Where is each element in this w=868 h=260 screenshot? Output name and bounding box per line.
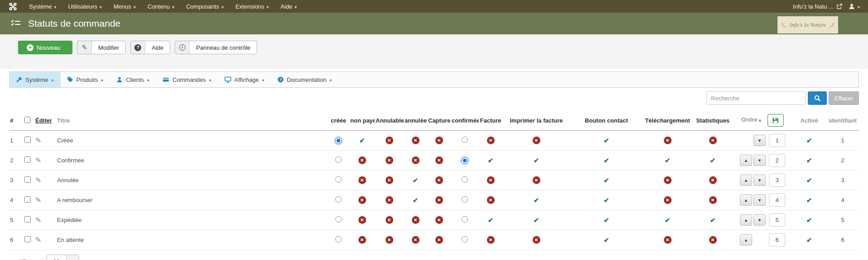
cmenu-systeme[interactable]: Système bbox=[10, 72, 61, 87]
row-checkbox[interactable] bbox=[24, 216, 31, 222]
cmenu-produits[interactable]: Produits bbox=[61, 72, 110, 87]
confirmed-radio[interactable] bbox=[462, 196, 468, 203]
col-created[interactable]: créée bbox=[328, 110, 349, 131]
created-radio[interactable] bbox=[335, 196, 342, 203]
site-preview-link[interactable]: Infu'z la Natu ... bbox=[793, 3, 842, 10]
statistics-toggle-icon[interactable] bbox=[709, 176, 717, 184]
cancelled-toggle-icon[interactable] bbox=[412, 236, 420, 244]
cancelled-toggle-icon[interactable] bbox=[412, 156, 420, 164]
order-up-button[interactable] bbox=[740, 194, 752, 206]
enabled-toggle-icon[interactable] bbox=[806, 236, 812, 244]
row-checkbox[interactable] bbox=[24, 156, 31, 163]
confirmed-radio[interactable] bbox=[462, 157, 468, 164]
unpaid-toggle-icon[interactable] bbox=[358, 236, 366, 244]
col-capture[interactable]: Capture bbox=[427, 110, 451, 131]
order-down-button[interactable] bbox=[754, 175, 766, 186]
capture-toggle-icon[interactable] bbox=[435, 196, 443, 204]
statistics-toggle-icon[interactable] bbox=[710, 216, 716, 224]
col-cancelled[interactable]: annulée bbox=[404, 110, 427, 131]
statistics-toggle-icon[interactable] bbox=[709, 236, 717, 244]
row-checkbox[interactable] bbox=[24, 176, 31, 183]
cancelled-toggle-icon[interactable] bbox=[413, 196, 419, 204]
menu-menus[interactable]: Menus bbox=[108, 0, 142, 13]
confirmed-radio[interactable] bbox=[462, 236, 468, 242]
edit-icon[interactable]: ✎ bbox=[35, 156, 41, 164]
cancellable-toggle-icon[interactable] bbox=[386, 236, 393, 244]
unpaid-toggle-icon[interactable] bbox=[358, 216, 366, 224]
capture-toggle-icon[interactable] bbox=[435, 176, 443, 184]
invoice-toggle-icon[interactable] bbox=[487, 137, 495, 144]
capture-toggle-icon[interactable] bbox=[435, 236, 443, 244]
created-radio[interactable] bbox=[335, 137, 342, 144]
enabled-toggle-icon[interactable] bbox=[806, 216, 812, 224]
menu-extensions[interactable]: Extensions bbox=[229, 0, 275, 13]
contact-button-toggle-icon[interactable] bbox=[604, 216, 610, 224]
col-cancellable[interactable]: Annulable bbox=[375, 110, 404, 131]
menu-contenu[interactable]: Contenu bbox=[142, 0, 180, 13]
cancellable-toggle-icon[interactable] bbox=[386, 156, 393, 164]
print-invoice-toggle-icon[interactable] bbox=[534, 156, 539, 165]
cancellable-toggle-icon[interactable] bbox=[386, 176, 393, 184]
enabled-toggle-icon[interactable] bbox=[806, 137, 812, 145]
download-toggle-icon[interactable] bbox=[664, 176, 672, 184]
invoice-toggle-icon[interactable] bbox=[488, 156, 494, 165]
col-download[interactable]: Téléchargement bbox=[643, 110, 692, 131]
invoice-toggle-icon[interactable] bbox=[487, 196, 495, 204]
order-up-button[interactable] bbox=[740, 155, 752, 166]
col-edit[interactable]: Éditer bbox=[34, 110, 56, 131]
contact-button-toggle-icon[interactable] bbox=[604, 196, 610, 204]
edit-icon[interactable]: ✎ bbox=[35, 196, 41, 204]
unpaid-toggle-icon[interactable] bbox=[358, 176, 366, 184]
download-toggle-icon[interactable] bbox=[664, 137, 672, 144]
capture-toggle-icon[interactable] bbox=[435, 137, 443, 144]
cmenu-commandes[interactable]: Commandes bbox=[156, 72, 218, 87]
cancellable-toggle-icon[interactable] bbox=[386, 216, 393, 224]
unpaid-toggle-icon[interactable] bbox=[359, 137, 365, 145]
order-down-button[interactable] bbox=[754, 155, 766, 166]
order-up-button[interactable] bbox=[740, 234, 752, 246]
edit-icon[interactable]: ✎ bbox=[35, 216, 41, 224]
order-input[interactable] bbox=[769, 134, 785, 147]
order-down-button[interactable] bbox=[754, 135, 766, 146]
edit-icon[interactable]: ✎ bbox=[35, 236, 41, 244]
order-input[interactable] bbox=[769, 174, 785, 187]
confirmed-radio[interactable] bbox=[462, 176, 468, 183]
cancelled-toggle-icon[interactable] bbox=[412, 137, 420, 144]
edit-button[interactable]: ✎ Modifier bbox=[77, 41, 126, 54]
unpaid-toggle-icon[interactable] bbox=[358, 156, 366, 164]
col-unpaid[interactable]: non payée bbox=[349, 110, 375, 131]
cancelled-toggle-icon[interactable] bbox=[413, 176, 419, 184]
created-radio[interactable] bbox=[335, 236, 342, 242]
help-button[interactable]: ? Aide bbox=[130, 41, 170, 54]
order-input[interactable] bbox=[769, 233, 785, 246]
edit-icon[interactable]: ✎ bbox=[35, 176, 41, 184]
cancellable-toggle-icon[interactable] bbox=[386, 196, 393, 204]
col-print-invoice[interactable]: Imprimer la facture bbox=[502, 110, 570, 131]
menu-utilisateurs[interactable]: Utilisateurs bbox=[62, 0, 108, 13]
control-panel-button[interactable]: i Panneau de contrôle bbox=[175, 41, 257, 54]
statistics-toggle-icon[interactable] bbox=[709, 196, 717, 204]
unpaid-toggle-icon[interactable] bbox=[358, 196, 366, 204]
col-invoice[interactable]: Facture bbox=[479, 110, 502, 131]
cancellable-toggle-icon[interactable] bbox=[386, 137, 393, 144]
order-input[interactable] bbox=[769, 194, 785, 207]
print-invoice-toggle-icon[interactable] bbox=[534, 216, 539, 224]
invoice-toggle-icon[interactable] bbox=[487, 236, 495, 244]
download-toggle-icon[interactable] bbox=[665, 216, 671, 224]
order-down-button[interactable] bbox=[754, 194, 766, 206]
cmenu-affichage[interactable]: Affichage bbox=[218, 72, 271, 87]
contact-button-toggle-icon[interactable] bbox=[604, 156, 610, 165]
enabled-toggle-icon[interactable] bbox=[806, 156, 812, 165]
cancelled-toggle-icon[interactable] bbox=[412, 216, 420, 224]
enabled-toggle-icon[interactable] bbox=[806, 196, 812, 204]
invoice-toggle-icon[interactable] bbox=[487, 176, 495, 184]
contact-button-toggle-icon[interactable] bbox=[604, 236, 610, 244]
edit-icon[interactable]: ✎ bbox=[35, 137, 41, 144]
row-checkbox[interactable] bbox=[24, 137, 31, 143]
cmenu-clients[interactable]: Clients bbox=[110, 72, 156, 87]
clear-button[interactable]: Effacer bbox=[829, 91, 859, 105]
download-toggle-icon[interactable] bbox=[664, 236, 672, 244]
menu-aide[interactable]: Aide bbox=[275, 0, 303, 13]
print-invoice-toggle-icon[interactable] bbox=[534, 196, 539, 204]
confirmed-radio[interactable] bbox=[462, 216, 468, 222]
